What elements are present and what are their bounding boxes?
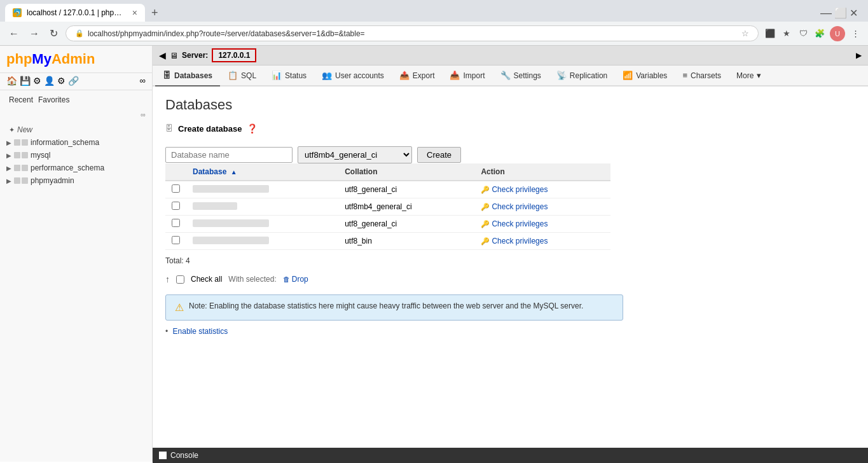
tab-replication[interactable]: 📡 Replication (549, 66, 615, 86)
db-name-3[interactable] (193, 219, 269, 227)
database-column-header[interactable]: Database ▲ (186, 163, 338, 181)
tab-databases[interactable]: 🗄 Databases (155, 66, 220, 86)
sidebar-item-performance-schema[interactable]: ▶ performance_schema (0, 162, 152, 174)
url-text: localhost/phpmyadmin/index.php?route=/se… (88, 29, 738, 38)
help-icon[interactable]: ❓ (247, 123, 258, 134)
charsets-tab-icon: ≡ (682, 71, 687, 80)
enable-statistics-link[interactable]: Enable statistics (173, 327, 228, 336)
check-privileges-link-2[interactable]: 🔑 Check privileges (481, 202, 604, 211)
reload-button[interactable]: ↻ (47, 26, 60, 41)
tab-user-accounts[interactable]: 👥 User accounts (314, 66, 392, 86)
replication-tab-icon: 📡 (556, 71, 567, 80)
sidebar-status-icon[interactable]: ⚙ (33, 76, 41, 86)
tab-variables[interactable]: 📶 Variables (615, 66, 675, 86)
sidebar-settings-icon[interactable]: ⚙ (57, 76, 65, 86)
extensions-icon[interactable]: ⬛ (764, 27, 776, 40)
server-host: 127.0.0.1 (212, 48, 256, 62)
favorites-button[interactable]: Favorites (36, 94, 72, 106)
tab-settings-label: Settings (514, 71, 541, 80)
priv-icon-2: 🔑 (481, 203, 490, 211)
user-avatar[interactable]: U (830, 26, 845, 41)
sidebar-item-phpmyadmin[interactable]: ▶ phpmyadmin (0, 174, 152, 187)
menu-icon[interactable]: ⋮ (849, 27, 862, 40)
check-all-label[interactable]: Check all (191, 275, 222, 284)
tab-more[interactable]: More ▾ (729, 66, 769, 86)
db-name-input[interactable] (165, 147, 293, 163)
check-privileges-link-3[interactable]: 🔑 Check privileges (481, 219, 604, 228)
sidebar-db-mysql-label: mysql (31, 151, 50, 160)
tabs-bar: 🗄 Databases 📋 SQL 📊 Status 👥 User accoun… (153, 66, 868, 86)
collation-select[interactable]: utf8mb4_general_ci (298, 146, 412, 163)
collation-column-header: Collation (338, 163, 474, 181)
create-database-section: 🗄 Create database ❓ utf8mb4_general_ci C… (165, 123, 855, 163)
tab-replication-label: Replication (570, 71, 607, 80)
sidebar-user-icon[interactable]: 👤 (44, 76, 55, 86)
row-checkbox-2[interactable] (172, 202, 180, 210)
db-icon-group (14, 165, 28, 171)
tab-import[interactable]: 📥 Import (442, 66, 492, 86)
sidebar-toggle[interactable]: ∞ (0, 108, 152, 121)
forward-button[interactable]: → (27, 27, 42, 41)
logo-admin: Admin (52, 51, 95, 67)
sidebar-tree: ✦ New ▶ information_schema ▶ mysql (0, 121, 152, 190)
page-title: Databases (165, 97, 855, 113)
server-bar: ◀ 🖥 Server: 127.0.0.1 ▶ (153, 46, 868, 66)
create-button[interactable]: Create (417, 147, 461, 163)
tab-databases-label: Databases (174, 71, 212, 80)
row-checkbox-1[interactable] (172, 184, 180, 193)
databases-tab-icon: 🗄 (163, 71, 171, 80)
back-button[interactable]: ← (6, 27, 22, 41)
new-tab-button[interactable]: + (148, 5, 162, 21)
row-checkbox-3[interactable] (172, 219, 180, 227)
profile-icon[interactable]: ★ (780, 27, 793, 40)
bookmark-icon[interactable]: ☆ (741, 29, 749, 38)
browser-tab[interactable]: 🐬 localhost / 127.0.0.1 | phpMyAdr... × (5, 4, 145, 22)
window-minimize-button[interactable]: — (820, 6, 832, 20)
sidebar-db-performance-schema-label: performance_schema (31, 163, 104, 172)
check-privileges-link-1[interactable]: 🔑 Check privileges (481, 185, 604, 194)
sidebar-link-icon[interactable]: ∞ (140, 76, 146, 86)
select-arrow-icon[interactable]: ↑ (165, 274, 170, 284)
sidebar-db-phpmyadmin-label: phpmyadmin (31, 176, 74, 185)
window-close-button[interactable]: ✕ (850, 7, 858, 19)
note-text: Note: Enabling the database statistics h… (189, 301, 583, 310)
adblock-icon[interactable]: 🛡 (797, 27, 809, 40)
export-tab-icon: 📤 (399, 71, 410, 80)
address-bar[interactable]: 🔒 localhost/phpmyadmin/index.php?route=/… (65, 25, 759, 41)
content-area: Databases 🗄 Create database ❓ utf8mb4_ge… (153, 86, 868, 462)
console-bar[interactable]: Console (153, 448, 868, 462)
tab-settings[interactable]: 🔧 Settings (493, 66, 549, 86)
tab-export[interactable]: 📤 Export (392, 66, 443, 86)
check-all-checkbox[interactable] (176, 275, 184, 284)
db-name-4[interactable] (193, 237, 269, 244)
window-maximize-button[interactable]: ⬜ (834, 7, 847, 19)
collapse-icon[interactable]: ◀ (159, 50, 166, 60)
tree-expand-icon: ▶ (6, 152, 11, 159)
sidebar-item-information-schema[interactable]: ▶ information_schema (0, 136, 152, 149)
tab-charsets[interactable]: ≡ Charsets (675, 66, 729, 86)
recent-button[interactable]: Recent (6, 94, 36, 106)
tab-status[interactable]: 📊 Status (264, 66, 314, 86)
drop-link[interactable]: 🗑 Drop (283, 275, 308, 284)
table-row: utf8_bin 🔑 Check privileges (165, 233, 610, 250)
logo-my: My (32, 51, 52, 67)
table-actions: ↑ Check all With selected: 🗑 Drop (165, 274, 855, 284)
tab-variables-label: Variables (636, 71, 667, 80)
db-name-1[interactable] (193, 185, 269, 193)
enable-statistics-section: • Enable statistics (165, 327, 855, 336)
table-row: utf8_general_ci 🔑 Check privileges (165, 181, 610, 198)
sidebar-item-mysql[interactable]: ▶ mysql (0, 149, 152, 162)
sidebar-sql-icon[interactable]: 💾 (20, 76, 31, 86)
row-checkbox-4[interactable] (172, 236, 180, 244)
puzzle-icon[interactable]: 🧩 (813, 27, 826, 40)
sidebar-more-icon[interactable]: 🔗 (68, 76, 79, 86)
expand-icon[interactable]: ▶ (856, 51, 862, 60)
sidebar-home-icon[interactable]: 🏠 (6, 76, 17, 86)
sidebar-item-new[interactable]: ✦ New (0, 123, 152, 136)
sidebar-recent-fav: Recent Favorites (0, 90, 152, 108)
db-name-2[interactable] (193, 202, 237, 210)
tab-sql[interactable]: 📋 SQL (220, 66, 264, 86)
logo-php: php (6, 51, 32, 67)
tab-close-button[interactable]: × (132, 8, 137, 18)
check-privileges-link-4[interactable]: 🔑 Check privileges (481, 237, 604, 245)
